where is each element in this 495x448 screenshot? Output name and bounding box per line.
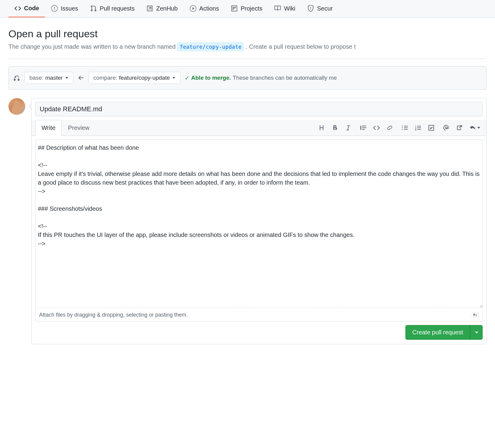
page-title: Open a pull request <box>8 28 487 40</box>
pr-icon <box>90 5 97 12</box>
tab-wiki[interactable]: Wiki <box>268 0 301 17</box>
tab-label: ZenHub <box>156 5 177 12</box>
merge-status: ✓ Able to merge. These branches can be a… <box>185 75 337 81</box>
pr-title-input[interactable] <box>35 102 483 116</box>
tab-label: Pull requests <box>100 5 135 12</box>
shield-icon <box>307 5 314 12</box>
tab-label: Wiki <box>284 5 295 12</box>
tab-label: Secur <box>317 5 333 12</box>
tab-label: Issues <box>61 5 78 12</box>
caret-down-icon <box>65 77 68 79</box>
italic-icon[interactable] <box>345 124 352 131</box>
code-icon[interactable] <box>373 124 380 131</box>
tab-security[interactable]: Secur <box>301 0 339 17</box>
repo-tabs: Code Issues Pull requests ZenHub Actions… <box>0 0 495 18</box>
bold-icon[interactable] <box>332 124 338 131</box>
numbered-list-icon[interactable] <box>415 124 421 131</box>
tab-projects[interactable]: Projects <box>225 0 268 17</box>
tab-actions[interactable]: Actions <box>184 0 225 17</box>
compose-tabbar: Write Preview <box>32 120 486 136</box>
project-icon <box>231 5 238 12</box>
book-icon <box>274 5 281 12</box>
tab-preview[interactable]: Preview <box>62 120 96 136</box>
bullet-list-icon[interactable] <box>401 124 408 131</box>
link-icon[interactable] <box>386 124 393 131</box>
tab-write[interactable]: Write <box>35 120 62 136</box>
tab-pull-requests[interactable]: Pull requests <box>84 0 141 17</box>
markdown-toolbar <box>318 124 483 131</box>
avatar <box>8 98 25 115</box>
play-icon <box>190 5 196 12</box>
quote-icon[interactable] <box>360 124 367 131</box>
tab-label: Projects <box>241 5 262 12</box>
tab-code[interactable]: Code <box>8 0 45 17</box>
attach-files-bar[interactable]: Attach files by dragging & dropping, sel… <box>35 309 483 321</box>
tab-label: Actions <box>199 5 219 12</box>
issue-icon <box>51 5 58 12</box>
tab-issues[interactable]: Issues <box>45 0 84 17</box>
pr-compose-box: Write Preview <box>31 98 487 344</box>
code-icon <box>14 5 21 12</box>
markdown-icon[interactable]: M↓ <box>472 313 479 317</box>
divider <box>8 59 487 59</box>
check-icon: ✓ <box>185 75 189 81</box>
pr-body-textarea[interactable] <box>35 140 483 308</box>
zenhub-icon <box>146 5 153 12</box>
page-subtitle: The change you just made was written to … <box>8 42 487 51</box>
tab-zenhub[interactable]: ZenHub <box>140 0 183 17</box>
reply-icon[interactable] <box>469 124 480 131</box>
base-branch-selector[interactable]: base: master <box>24 72 73 84</box>
caret-down-icon <box>475 332 478 333</box>
mention-icon[interactable] <box>443 124 450 131</box>
tasklist-icon[interactable] <box>428 124 435 131</box>
caret-down-icon <box>172 77 175 79</box>
branch-name-badge: feature/copy-update <box>177 42 244 51</box>
compare-branch-selector[interactable]: compare: feature/copy-update <box>88 72 180 84</box>
heading-icon[interactable] <box>318 124 325 131</box>
branch-compare-box: base: master compare: feature/copy-updat… <box>8 66 487 90</box>
tab-label: Code <box>24 5 39 12</box>
cross-reference-icon[interactable] <box>456 124 463 131</box>
create-pull-request-dropdown[interactable] <box>470 325 483 340</box>
create-pull-request-button[interactable]: Create pull request <box>405 325 470 340</box>
git-compare-icon <box>14 75 20 81</box>
arrow-left-icon <box>78 75 84 81</box>
